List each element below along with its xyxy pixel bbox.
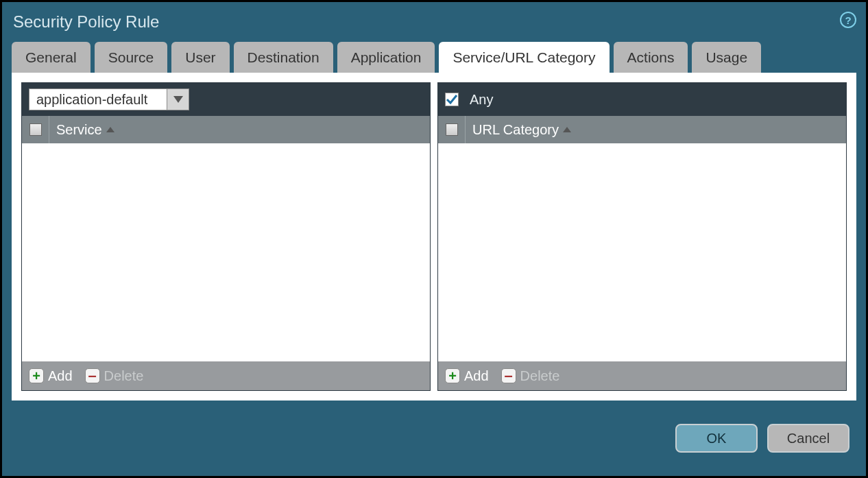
tab-destination[interactable]: Destination [234, 42, 333, 73]
service-dropdown[interactable]: application-default [29, 88, 189, 110]
tab-actions[interactable]: Actions [614, 42, 688, 73]
tab-general[interactable]: General [12, 42, 91, 73]
url-column-header[interactable]: URL Category [466, 122, 571, 138]
tab-strip: General Source User Destination Applicat… [2, 42, 866, 73]
url-add-button[interactable]: + Add [445, 368, 489, 384]
tab-usage[interactable]: Usage [692, 42, 761, 73]
minus-icon: – [501, 368, 516, 383]
tab-label: Source [108, 49, 154, 65]
tab-label: Service/URL Category [453, 49, 595, 65]
cancel-label: Cancel [787, 431, 830, 446]
url-category-panel: Any URL Category + Add – Delet [437, 82, 847, 391]
checkbox-icon [446, 123, 458, 136]
column-header-label: URL Category [472, 122, 559, 138]
plus-icon: + [445, 368, 460, 383]
tab-label: Destination [248, 49, 320, 65]
tab-application[interactable]: Application [337, 42, 435, 73]
any-checkbox[interactable] [445, 93, 459, 106]
service-panel: application-default Service + [21, 82, 431, 391]
service-delete-button[interactable]: – Delete [85, 368, 144, 384]
add-label: Add [464, 368, 489, 384]
dialog-button-row: OK Cancel [2, 401, 866, 476]
service-dropdown-value: application-default [29, 89, 167, 110]
delete-label: Delete [104, 368, 144, 384]
service-add-button[interactable]: + Add [29, 368, 73, 384]
tab-source[interactable]: Source [95, 42, 168, 73]
cancel-button[interactable]: Cancel [767, 424, 849, 453]
column-header-label: Service [56, 122, 102, 138]
tab-user[interactable]: User [171, 42, 229, 73]
dialog-title: Security Policy Rule [13, 12, 159, 32]
help-icon[interactable]: ? [840, 12, 856, 28]
minus-icon: – [85, 368, 100, 383]
tab-label: General [25, 49, 77, 65]
delete-label: Delete [520, 368, 560, 384]
svg-marker-0 [173, 96, 183, 103]
tab-label: Actions [627, 49, 675, 65]
url-delete-button[interactable]: – Delete [501, 368, 560, 384]
url-grid-body [438, 143, 846, 361]
security-policy-rule-dialog: Security Policy Rule ? General Source Us… [2, 2, 866, 476]
service-grid-body [22, 143, 430, 361]
plus-icon: + [29, 368, 44, 383]
tab-service-url-category[interactable]: Service/URL Category [439, 42, 609, 73]
tab-label: Usage [706, 49, 747, 65]
sort-asc-icon [563, 127, 571, 132]
sort-asc-icon [106, 127, 114, 132]
dialog-titlebar: Security Policy Rule ? [2, 2, 866, 42]
ok-button[interactable]: OK [675, 424, 758, 453]
service-column-header-row: Service [22, 116, 430, 143]
chevron-down-icon[interactable] [167, 89, 189, 110]
service-panel-top: application-default [22, 83, 430, 116]
url-panel-top: Any [438, 83, 846, 116]
url-panel-footer: + Add – Delete [438, 361, 846, 390]
service-select-all-cell[interactable] [22, 116, 49, 143]
any-label: Any [470, 92, 493, 108]
ok-label: OK [707, 431, 727, 446]
service-column-header[interactable]: Service [49, 122, 114, 138]
url-column-header-row: URL Category [438, 116, 846, 143]
tab-content: application-default Service + [12, 73, 856, 401]
add-label: Add [48, 368, 73, 384]
tab-label: Application [351, 49, 422, 65]
service-panel-footer: + Add – Delete [22, 361, 430, 390]
checkbox-icon [29, 123, 42, 136]
tab-label: User [185, 49, 215, 65]
url-select-all-cell[interactable] [438, 116, 466, 143]
